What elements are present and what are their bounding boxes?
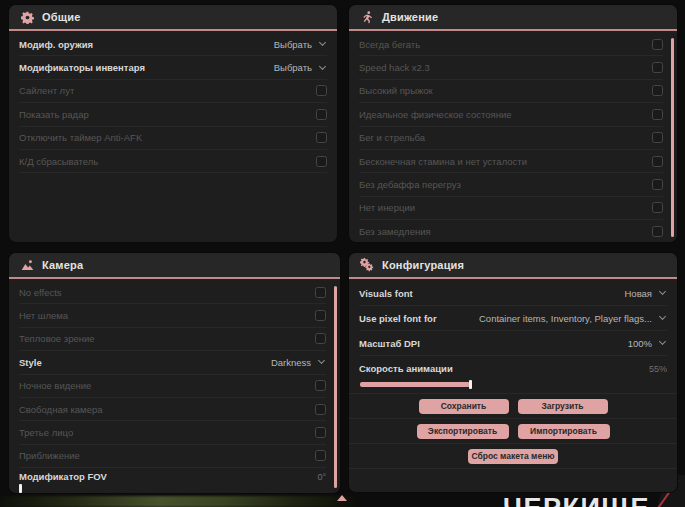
option-row: Сайлент лут bbox=[19, 80, 327, 103]
scrollbar[interactable] bbox=[671, 38, 674, 237]
option-row: Всегда бегать bbox=[359, 33, 663, 56]
option-row: Visuals fontНовая bbox=[359, 281, 667, 306]
dropdown[interactable]: Новая bbox=[624, 288, 667, 299]
checkbox[interactable] bbox=[652, 226, 663, 237]
option-label: Speed hack x2.3 bbox=[359, 62, 430, 73]
option-label: Нет шлема bbox=[19, 310, 68, 321]
dropdown-value: Выбрать bbox=[274, 39, 312, 50]
config-panel-footer bbox=[349, 468, 677, 492]
panel-config: Конфигурация Visuals fontНоваяUse pixel … bbox=[348, 252, 678, 493]
option-label: Модиф. оружия bbox=[19, 39, 93, 50]
checkbox[interactable] bbox=[652, 39, 663, 50]
option-row: Свободная камера bbox=[19, 398, 326, 421]
option-label: К/Д сбрасыватель bbox=[19, 156, 98, 167]
checkbox[interactable] bbox=[315, 333, 326, 344]
panel-config-header[interactable]: Конфигурация bbox=[349, 253, 677, 279]
option-row: Модиф. оружияВыбрать bbox=[19, 33, 327, 56]
location-title: ЧЕРКИЩЕ bbox=[503, 493, 650, 507]
import-button[interactable]: Импортировать bbox=[518, 424, 610, 439]
checkbox[interactable] bbox=[652, 132, 663, 143]
checkbox[interactable] bbox=[316, 85, 327, 96]
panel-title: Конфигурация bbox=[382, 259, 464, 271]
export-button[interactable]: Экспортировать bbox=[417, 424, 509, 439]
chevron-down-icon bbox=[659, 338, 666, 345]
checkbox[interactable] bbox=[652, 179, 663, 190]
option-row: Без дебаффа перегруз bbox=[359, 173, 663, 196]
checkbox[interactable] bbox=[315, 310, 326, 321]
checkbox[interactable] bbox=[652, 109, 663, 120]
option-label: Ночное видение bbox=[19, 380, 91, 391]
checkbox[interactable] bbox=[315, 450, 326, 461]
dropdown[interactable]: Выбрать bbox=[274, 39, 327, 50]
panel-camera-header[interactable]: Камера bbox=[9, 253, 340, 279]
slider-row: Модификатор FOV0° bbox=[19, 468, 326, 494]
checkbox[interactable] bbox=[316, 156, 327, 167]
checkbox[interactable] bbox=[316, 132, 327, 143]
config-options: Visuals fontНоваяUse pixel font forConta… bbox=[349, 279, 677, 393]
panel-general-header[interactable]: Общие bbox=[9, 5, 337, 31]
option-label: Тепловое зрение bbox=[19, 333, 95, 344]
option-row: Ночное видение bbox=[19, 375, 326, 398]
slider-thumb[interactable] bbox=[19, 484, 22, 493]
game-overlay: ЧЕРКИЩЕ Общие Модиф. оружияВыбратьМодифи… bbox=[0, 0, 685, 507]
option-row: Нет шлема bbox=[19, 304, 326, 327]
slider-fill bbox=[360, 382, 470, 387]
chevron-down-icon bbox=[659, 288, 666, 295]
checkbox[interactable] bbox=[315, 404, 326, 415]
load-button[interactable]: Загрузить bbox=[518, 399, 608, 414]
slider-row: Скорость анимации55% bbox=[359, 356, 667, 393]
movement-options: Всегда бегатьSpeed hack x2.3Высокий прыж… bbox=[349, 31, 677, 243]
option-row: Масштаб DPI100% bbox=[359, 331, 667, 356]
dropdown[interactable]: 100% bbox=[628, 338, 667, 349]
dropdown-value: Container items, Inventory, Player flags… bbox=[479, 313, 652, 324]
option-label: Бесконечная стамина и нет усталости bbox=[359, 156, 527, 167]
panel-resize-grip[interactable] bbox=[337, 495, 347, 501]
dropdown[interactable]: Container items, Inventory, Player flags… bbox=[479, 313, 667, 324]
option-row: Тепловое зрение bbox=[19, 328, 326, 351]
dropdown[interactable]: Выбрать bbox=[274, 62, 327, 73]
option-label: Скорость анимации bbox=[359, 363, 453, 374]
option-row: Модификаторы инвентаряВыбрать bbox=[19, 56, 327, 79]
option-row: Без замедления bbox=[359, 220, 663, 243]
option-row: Идеальное физическое состояние bbox=[359, 103, 663, 126]
checkbox[interactable] bbox=[315, 380, 326, 391]
checkbox[interactable] bbox=[652, 202, 663, 213]
option-label: Всегда бегать bbox=[359, 39, 420, 50]
checkbox[interactable] bbox=[652, 156, 663, 167]
checkbox[interactable] bbox=[316, 109, 327, 120]
panel-general: Общие Модиф. оружияВыбратьМодификаторы и… bbox=[8, 4, 338, 243]
option-label: No effects bbox=[19, 287, 62, 298]
checkbox[interactable] bbox=[652, 85, 663, 96]
option-label: Нет инерции bbox=[359, 202, 415, 213]
option-label: Visuals font bbox=[359, 288, 413, 299]
checkbox[interactable] bbox=[315, 287, 326, 298]
slider-value: 0° bbox=[317, 472, 326, 482]
panel-movement-header[interactable]: Движение bbox=[349, 5, 677, 31]
option-label: Без замедления bbox=[359, 226, 431, 237]
option-row: Скорость анимации55% bbox=[359, 356, 667, 381]
slider-thumb[interactable] bbox=[469, 380, 472, 389]
option-label: Модификаторы инвентаря bbox=[19, 62, 145, 73]
option-label: Отключить таймер Anti-AFK bbox=[19, 132, 142, 143]
chevron-down-icon bbox=[319, 39, 326, 46]
option-label: Приближение bbox=[19, 450, 80, 461]
checkbox[interactable] bbox=[652, 62, 663, 73]
option-row: Показать радар bbox=[19, 103, 327, 126]
slider[interactable] bbox=[20, 486, 325, 491]
save-button[interactable]: Сохранить bbox=[419, 399, 509, 414]
option-row: Третье лицо bbox=[19, 421, 326, 444]
panel-title: Движение bbox=[382, 11, 438, 23]
dropdown-value: Darkness bbox=[271, 357, 311, 368]
checkbox[interactable] bbox=[315, 427, 326, 438]
dropdown[interactable]: Darkness bbox=[271, 357, 326, 368]
scrollbar[interactable] bbox=[334, 286, 337, 488]
option-row: Бег и стрельба bbox=[359, 127, 663, 150]
option-label: Сайлент лут bbox=[19, 85, 74, 96]
option-row: No effects bbox=[19, 281, 326, 304]
gears-icon bbox=[360, 258, 374, 272]
reset-menu-layout-button[interactable]: Сброс макета меню bbox=[468, 449, 558, 464]
slider[interactable] bbox=[360, 382, 666, 387]
option-label: Высокий прыжок bbox=[359, 85, 433, 96]
option-row: Отключить таймер Anti-AFK bbox=[19, 127, 327, 150]
option-row: Высокий прыжок bbox=[359, 80, 663, 103]
